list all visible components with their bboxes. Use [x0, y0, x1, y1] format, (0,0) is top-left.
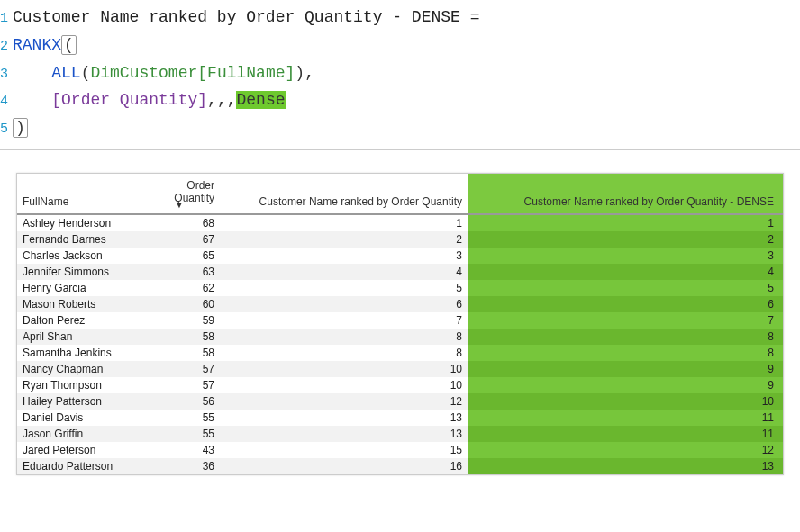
- table-row[interactable]: Nancy Chapman57109: [17, 361, 783, 377]
- table-row[interactable]: Samantha Jenkins5888: [17, 345, 783, 361]
- cell-rank-dense: 9: [468, 361, 783, 377]
- editor-line-1[interactable]: 1 Customer Name ranked by Order Quantity…: [0, 4, 800, 32]
- cell-fullname: Mason Roberts: [17, 296, 139, 312]
- cell-rank: 2: [220, 231, 468, 248]
- cell-order-qty: 59: [139, 312, 220, 329]
- cell-rank-dense: 11: [468, 410, 783, 426]
- cell-rank-dense: 1: [468, 214, 783, 231]
- cell-fullname: Charles Jackson: [17, 248, 139, 264]
- cell-rank: 4: [220, 264, 468, 280]
- code-text: ): [13, 115, 28, 141]
- code-text: [Order Quantity],,,Dense: [13, 87, 286, 113]
- cell-rank-dense: 13: [468, 458, 783, 474]
- cell-rank: 12: [220, 393, 468, 410]
- cell-rank-dense: 5: [468, 280, 783, 296]
- cell-rank: 8: [220, 345, 468, 361]
- cell-order-qty: 58: [139, 345, 220, 361]
- cell-rank: 5: [220, 280, 468, 296]
- table-row[interactable]: April Shan5888: [17, 329, 783, 345]
- cell-rank-dense: 6: [468, 296, 783, 312]
- cell-fullname: Hailey Patterson: [17, 393, 139, 410]
- table-row[interactable]: Fernando Barnes6722: [17, 231, 783, 248]
- table-row[interactable]: Ashley Henderson6811: [17, 214, 783, 231]
- line-number: 1: [0, 8, 13, 30]
- table-row[interactable]: Hailey Patterson561210: [17, 393, 783, 410]
- col-header-rank[interactable]: Customer Name ranked by Order Quantity: [220, 174, 468, 214]
- cell-rank: 15: [220, 442, 468, 458]
- cell-order-qty: 67: [139, 231, 220, 248]
- cell-rank: 7: [220, 312, 468, 329]
- cell-order-qty: 62: [139, 280, 220, 296]
- cell-fullname: April Shan: [17, 329, 139, 345]
- line-number: 5: [0, 119, 13, 140]
- cell-rank-dense: 10: [468, 393, 783, 410]
- cell-rank-dense: 7: [468, 312, 783, 329]
- cell-rank-dense: 9: [468, 377, 783, 393]
- editor-line-3[interactable]: 3 ALL(DimCustomer[FullName]),: [0, 59, 800, 87]
- table-body: Ashley Henderson6811Fernando Barnes6722C…: [17, 214, 783, 474]
- cell-order-qty: 57: [139, 377, 220, 393]
- table-row[interactable]: Jason Griffin551311: [17, 426, 783, 442]
- col-header-order-quantity[interactable]: Order Quantity ▼: [139, 174, 220, 214]
- cell-rank: 13: [220, 426, 468, 442]
- table-row[interactable]: Henry Garcia6255: [17, 280, 783, 296]
- table-row[interactable]: Ryan Thompson57109: [17, 377, 783, 393]
- cell-fullname: Ryan Thompson: [17, 377, 139, 393]
- cell-order-qty: 55: [139, 426, 220, 442]
- cell-fullname: Dalton Perez: [17, 312, 139, 329]
- editor-line-5[interactable]: 5 ): [0, 114, 800, 142]
- col-header-rank-dense[interactable]: Customer Name ranked by Order Quantity -…: [468, 174, 783, 214]
- table-row[interactable]: Jared Peterson431512: [17, 442, 783, 458]
- cell-order-qty: 68: [139, 214, 220, 231]
- cell-fullname: Henry Garcia: [17, 280, 139, 296]
- cell-rank-dense: 8: [468, 345, 783, 361]
- editor-line-4[interactable]: 4 [Order Quantity],,,Dense: [0, 86, 800, 114]
- line-number: 4: [0, 91, 13, 113]
- cell-rank: 10: [220, 361, 468, 377]
- cell-fullname: Jennifer Simmons: [17, 264, 139, 280]
- cell-order-qty: 65: [139, 248, 220, 264]
- cell-rank-dense: 2: [468, 231, 783, 248]
- result-table-container: FullName Order Quantity ▼ Customer Name …: [16, 173, 784, 475]
- cell-order-qty: 63: [139, 264, 220, 280]
- cell-rank-dense: 12: [468, 442, 783, 458]
- col-header-fullname[interactable]: FullName: [17, 174, 139, 214]
- cell-rank: 8: [220, 329, 468, 345]
- table-row[interactable]: Jennifer Simmons6344: [17, 264, 783, 280]
- cell-rank-dense: 8: [468, 329, 783, 345]
- cell-rank: 1: [220, 214, 468, 231]
- cell-rank-dense: 11: [468, 426, 783, 442]
- cell-order-qty: 56: [139, 393, 220, 410]
- cell-fullname: Samantha Jenkins: [17, 345, 139, 361]
- code-text: RANKX(: [13, 32, 77, 59]
- cell-fullname: Daniel Davis: [17, 410, 139, 426]
- cell-rank: 13: [220, 410, 468, 426]
- cell-fullname: Jason Griffin: [17, 426, 139, 442]
- dense-keyword-highlight: Dense: [236, 91, 285, 109]
- cell-rank-dense: 4: [468, 264, 783, 280]
- code-text: ALL(DimCustomer[FullName]),: [13, 60, 314, 86]
- table-row[interactable]: Mason Roberts6066: [17, 296, 783, 312]
- editor-line-2[interactable]: 2 RANKX(: [0, 32, 800, 59]
- cell-rank: 16: [220, 458, 468, 474]
- cell-fullname: Eduardo Patterson: [17, 458, 139, 474]
- cell-order-qty: 57: [139, 361, 220, 377]
- cell-fullname: Ashley Henderson: [17, 214, 139, 231]
- cell-rank: 10: [220, 377, 468, 393]
- cell-rank: 3: [220, 248, 468, 264]
- table-row[interactable]: Dalton Perez5977: [17, 312, 783, 329]
- table-row[interactable]: Eduardo Patterson361613: [17, 458, 783, 474]
- dax-editor[interactable]: 1 Customer Name ranked by Order Quantity…: [0, 0, 800, 150]
- cell-order-qty: 55: [139, 410, 220, 426]
- cell-fullname: Jared Peterson: [17, 442, 139, 458]
- cell-order-qty: 58: [139, 329, 220, 345]
- result-table: FullName Order Quantity ▼ Customer Name …: [17, 174, 783, 474]
- cell-fullname: Nancy Chapman: [17, 361, 139, 377]
- cell-order-qty: 43: [139, 442, 220, 458]
- line-number: 2: [0, 36, 13, 58]
- cell-rank-dense: 3: [468, 248, 783, 264]
- table-row[interactable]: Charles Jackson6533: [17, 248, 783, 264]
- table-row[interactable]: Daniel Davis551311: [17, 410, 783, 426]
- cell-order-qty: 60: [139, 296, 220, 312]
- cell-fullname: Fernando Barnes: [17, 231, 139, 248]
